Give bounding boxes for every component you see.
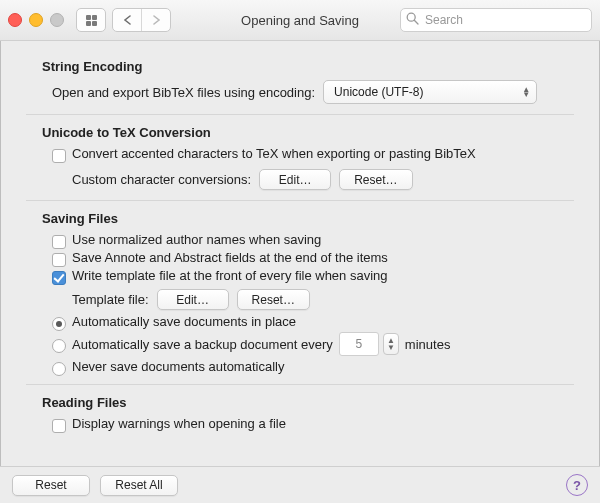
nav-segment [112, 8, 171, 32]
forward-button[interactable] [141, 9, 170, 31]
zoom-window-button[interactable] [50, 13, 64, 27]
template-file-label: Template file: [72, 292, 149, 307]
updown-arrows-icon: ▲▼ [522, 87, 530, 97]
section-heading-reading: Reading Files [42, 395, 580, 410]
write-template-label: Write template file at the front of ever… [72, 268, 388, 283]
section-heading-encoding: String Encoding [42, 59, 580, 74]
convert-accented-label: Convert accented characters to TeX when … [72, 146, 476, 161]
normalize-authors-label: Use normalized author names when saving [72, 232, 321, 247]
backup-interval-field[interactable] [339, 332, 379, 356]
reset-button[interactable]: Reset [12, 475, 90, 496]
normalize-authors-checkbox[interactable] [52, 235, 66, 249]
separator [26, 200, 574, 201]
autosave-never-label: Never save documents automatically [72, 359, 284, 374]
display-warnings-checkbox[interactable] [52, 419, 66, 433]
chevron-right-icon [152, 15, 161, 25]
search-input[interactable] [400, 8, 592, 32]
custom-conv-reset-button[interactable]: Reset… [339, 169, 412, 190]
preferences-window: Opening and Saving String Encoding Open … [0, 0, 600, 503]
backup-interval-stepper[interactable]: ▲ ▼ [383, 333, 399, 355]
window-title: Opening and Saving [241, 13, 359, 28]
autosave-inplace-label: Automatically save documents in place [72, 314, 296, 329]
autosave-backup-prefix: Automatically save a backup document eve… [72, 337, 333, 352]
view-switcher [76, 8, 106, 32]
window-controls [8, 13, 64, 27]
encoding-select[interactable]: Unicode (UTF-8) ▲▼ [323, 80, 537, 104]
section-heading-saving: Saving Files [42, 211, 580, 226]
help-button[interactable]: ? [566, 474, 588, 496]
help-icon: ? [573, 478, 581, 493]
autosave-inplace-radio[interactable] [52, 317, 66, 331]
display-warnings-label: Display warnings when opening a file [72, 416, 286, 431]
titlebar: Opening and Saving [0, 0, 600, 41]
show-all-button[interactable] [77, 9, 105, 31]
stepper-down-icon: ▼ [387, 344, 395, 351]
footer: Reset Reset All ? [0, 466, 600, 503]
separator [26, 114, 574, 115]
custom-conv-edit-button[interactable]: Edit… [259, 169, 331, 190]
back-button[interactable] [113, 9, 141, 31]
autosave-never-radio[interactable] [52, 362, 66, 376]
reset-all-button[interactable]: Reset All [100, 475, 178, 496]
encoding-select-value: Unicode (UTF-8) [334, 85, 423, 99]
convert-accented-checkbox[interactable] [52, 149, 66, 163]
write-template-checkbox[interactable] [52, 271, 66, 285]
minimize-window-button[interactable] [29, 13, 43, 27]
save-annote-checkbox[interactable] [52, 253, 66, 267]
search-wrap [400, 8, 592, 32]
separator [26, 384, 574, 385]
encoding-prompt-label: Open and export BibTeX files using encod… [52, 85, 315, 100]
section-heading-unicode: Unicode to TeX Conversion [42, 125, 580, 140]
autosave-backup-suffix: minutes [405, 337, 451, 352]
search-icon [406, 12, 419, 25]
grid-icon [86, 15, 97, 26]
autosave-backup-radio[interactable] [52, 339, 66, 353]
custom-conversions-label: Custom character conversions: [72, 172, 251, 187]
save-annote-label: Save Annote and Abstract fields at the e… [72, 250, 388, 265]
svg-line-1 [414, 20, 418, 24]
template-edit-button[interactable]: Edit… [157, 289, 229, 310]
content: String Encoding Open and export BibTeX f… [0, 41, 600, 466]
template-reset-button[interactable]: Reset… [237, 289, 310, 310]
chevron-left-icon [123, 15, 132, 25]
close-window-button[interactable] [8, 13, 22, 27]
